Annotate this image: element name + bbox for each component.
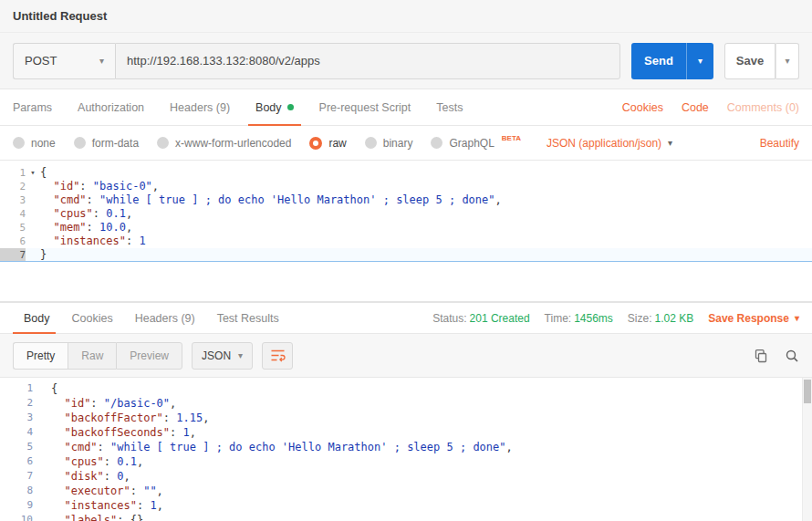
body-type-graphql[interactable]: GraphQLBETA <box>431 137 521 150</box>
method-select[interactable]: POST ▾ <box>13 43 115 79</box>
code-text: "disk": 0, <box>51 469 130 484</box>
response-tab-cookies[interactable]: Cookies <box>61 303 124 333</box>
code-token <box>51 441 64 453</box>
comments-link[interactable]: Comments (0) <box>727 101 799 114</box>
line-number: 5 <box>0 440 40 454</box>
body-type-raw[interactable]: raw <box>309 137 346 150</box>
response-scrollbar[interactable] <box>802 378 812 521</box>
code-token: 10.0 <box>99 221 126 234</box>
tab-label: Body <box>255 101 282 114</box>
code-token: 0.1 <box>106 207 126 220</box>
body-type-none[interactable]: none <box>13 137 56 150</box>
send-options-button[interactable]: ▾ <box>686 43 713 79</box>
body-type-options: noneform-datax-www-form-urlencodedrawbin… <box>13 137 521 150</box>
search-response-button[interactable] <box>785 349 799 363</box>
send-button[interactable]: Send <box>631 43 686 79</box>
save-options-button[interactable]: ▾ <box>776 43 799 79</box>
scrollbar-thumb[interactable] <box>804 380 811 403</box>
code-text: { <box>51 381 57 396</box>
code-token: : <box>79 180 92 193</box>
code-line: 6 "cpus": 0.1, <box>0 454 812 469</box>
postman-request-window: Untitled Request POST ▾ Send ▾ Save ▾ Pa… <box>0 0 812 521</box>
code-line: 3 "backoffFactor": 1.15, <box>0 411 812 425</box>
fold-gutter <box>26 207 40 221</box>
code-token: : <box>98 441 110 453</box>
tab-tests[interactable]: Tests <box>423 89 475 125</box>
copy-response-button[interactable] <box>754 349 768 363</box>
code-token: "executor" <box>64 485 130 497</box>
request-title: Untitled Request <box>13 9 107 23</box>
response-tab-headers-9[interactable]: Headers (9) <box>124 303 206 333</box>
fold-toggle-icon[interactable]: ▾ <box>26 166 40 180</box>
code-token: 1 <box>183 426 190 439</box>
wrap-lines-button[interactable] <box>262 342 293 370</box>
code-token: , <box>124 470 130 483</box>
response-tab-test-results[interactable]: Test Results <box>206 303 290 333</box>
code-token: , <box>495 193 502 206</box>
code-token: : <box>93 207 106 220</box>
tab-label: Authorization <box>78 101 144 114</box>
radio-label: none <box>31 137 56 150</box>
wrap-lines-icon <box>270 349 286 362</box>
code-token: "backoffSeconds" <box>64 426 170 439</box>
code-token: { <box>51 382 57 395</box>
fold-gutter <box>40 396 51 411</box>
code-token <box>51 397 64 410</box>
response-toolbar-right <box>754 349 799 363</box>
cookies-link[interactable]: Cookies <box>622 101 663 114</box>
code-token <box>51 499 64 512</box>
tab-authorization[interactable]: Authorization <box>65 89 157 125</box>
response-header: BodyCookiesHeaders (9)Test Results Statu… <box>0 303 812 334</box>
body-type-binary[interactable]: binary <box>365 137 413 150</box>
response-tab-body[interactable]: Body <box>13 303 61 333</box>
response-language-select[interactable]: JSON ▾ <box>192 342 253 370</box>
view-pretty[interactable]: Pretty <box>13 342 68 370</box>
response-body-viewer[interactable]: 1{2 "id": "/basic-0",3 "backoffFactor": … <box>0 378 812 521</box>
fold-gutter <box>40 425 51 440</box>
request-tabs-row: ParamsAuthorizationHeaders (9)BodyPre-re… <box>0 89 812 126</box>
view-preview[interactable]: Preview <box>116 342 182 370</box>
beautify-link[interactable]: Beautify <box>760 137 799 150</box>
save-response-button[interactable]: Save Response ▾ <box>708 312 799 325</box>
code-line: 3 "cmd": "while [ true ] ; do echo 'Hell… <box>0 193 812 207</box>
code-text: "id": "basic-0", <box>40 180 159 193</box>
code-token: , <box>126 221 132 234</box>
code-token: "/basic-0" <box>104 397 170 410</box>
code-token: , <box>506 441 513 453</box>
body-type-x-www-form-urlencoded[interactable]: x-www-form-urlencoded <box>157 137 291 150</box>
code-token: 1 <box>139 234 145 247</box>
code-line: 2 "id": "basic-0", <box>0 180 812 193</box>
code-token: 1 <box>150 499 156 512</box>
tab-pre-request-script[interactable]: Pre-request Script <box>307 89 424 125</box>
code-text: "executor": "", <box>51 484 163 498</box>
radio-label: form-data <box>92 137 139 150</box>
line-number: 3 <box>0 193 26 207</box>
code-line: 7 "disk": 0, <box>0 469 812 484</box>
request-body-editor[interactable]: 1▾{2 "id": "basic-0",3 "cmd": "while [ t… <box>0 161 812 303</box>
body-content-dot <box>287 104 294 110</box>
save-button[interactable]: Save <box>724 43 776 79</box>
code-token: : <box>137 499 150 512</box>
response-meta: Status:201 Created Time:1456ms Size:1.02… <box>432 303 799 333</box>
code-link[interactable]: Code <box>682 101 709 114</box>
code-token: 0.1 <box>117 455 137 468</box>
url-input[interactable] <box>115 43 620 79</box>
code-token: "disk" <box>64 470 103 483</box>
code-text: "cmd": "while [ true ] ; do echo 'Hello … <box>51 440 513 454</box>
code-token: "while [ true ] ; do echo 'Hello Maratho… <box>110 441 505 453</box>
radio-label: GraphQL <box>449 137 494 150</box>
code-token <box>51 470 64 483</box>
code-token: { <box>40 166 47 179</box>
view-raw[interactable]: Raw <box>68 342 116 370</box>
code-token: , <box>137 455 143 468</box>
tab-params[interactable]: Params <box>13 89 65 125</box>
code-token: "id" <box>64 397 90 410</box>
code-token: : <box>87 193 99 206</box>
radio-label: raw <box>328 137 346 150</box>
body-type-form-data[interactable]: form-data <box>74 137 139 150</box>
tab-headers-9[interactable]: Headers (9) <box>157 89 243 125</box>
content-type-select[interactable]: JSON (application/json) ▾ <box>547 137 672 150</box>
line-number: 4 <box>0 207 26 221</box>
tab-body[interactable]: Body <box>243 89 307 125</box>
tab-label: Params <box>13 101 52 114</box>
